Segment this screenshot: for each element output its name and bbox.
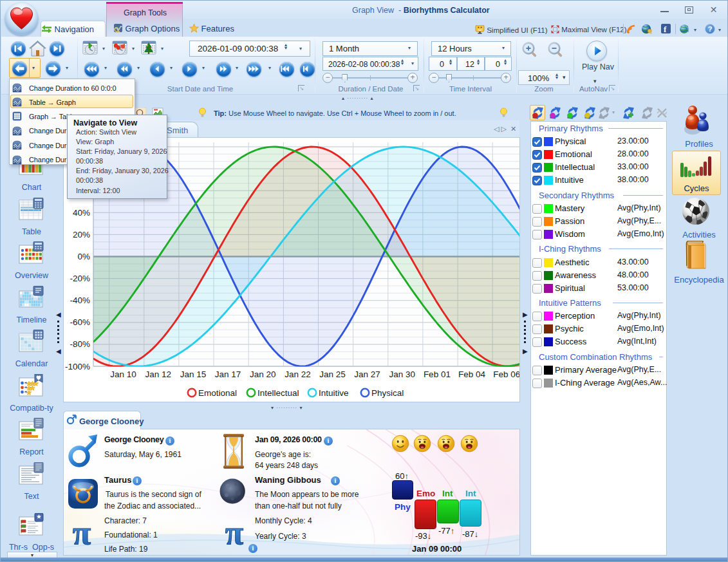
svg-text:Jan 30: Jan 30 (389, 370, 416, 379)
svg-text:Jan 10: Jan 10 (110, 370, 136, 379)
svg-text:-60%: -60% (70, 317, 90, 327)
svg-text:Jan 22: Jan 22 (285, 370, 311, 379)
svg-text:-40%: -40% (70, 295, 90, 305)
svg-text:Jan 20: Jan 20 (250, 370, 276, 379)
svg-text:Physical: Physical (371, 388, 404, 398)
svg-text:20%: 20% (73, 230, 90, 239)
svg-text:Intuitive: Intuitive (319, 388, 349, 398)
svg-text:Jan 12: Jan 12 (145, 370, 172, 379)
svg-text:0%: 0% (77, 252, 90, 261)
svg-text:-20%: -20% (70, 274, 90, 283)
svg-text:-100%: -100% (65, 362, 90, 371)
svg-text:-80%: -80% (70, 339, 90, 349)
svg-text:π: π (225, 516, 244, 549)
svg-text:Feb 04: Feb 04 (458, 370, 486, 379)
svg-text:Jan 27: Jan 27 (354, 370, 380, 379)
svg-text:Jan 15: Jan 15 (180, 370, 207, 379)
svg-text:Emotional: Emotional (198, 388, 237, 398)
svg-text:Feb 06: Feb 06 (493, 370, 519, 379)
svg-text:Jan 25: Jan 25 (319, 370, 346, 379)
svg-text:π: π (73, 516, 91, 549)
svg-text:40%: 40% (73, 208, 90, 218)
svg-text:Feb 01: Feb 01 (424, 370, 451, 379)
svg-text:Intellectual: Intellectual (257, 388, 299, 398)
svg-text:Jan 17: Jan 17 (215, 370, 241, 379)
